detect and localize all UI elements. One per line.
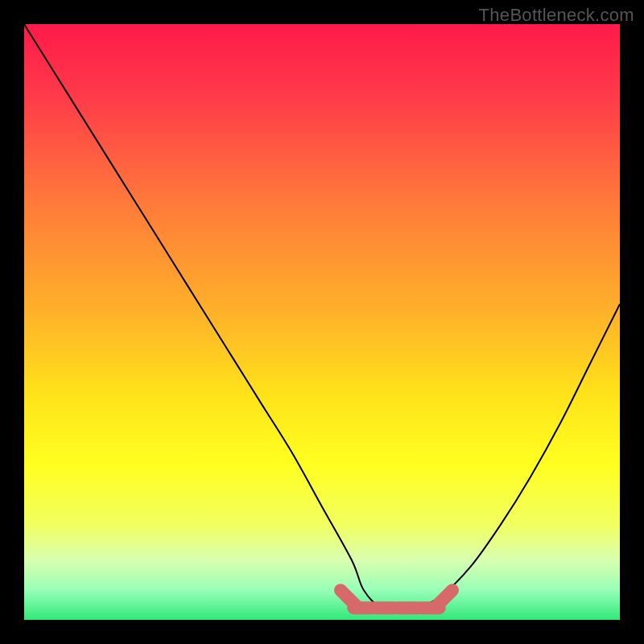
chart-container: TheBottleneck.com bbox=[0, 0, 644, 644]
plot-area bbox=[24, 24, 620, 620]
chart-svg bbox=[24, 24, 620, 620]
gradient-background bbox=[24, 24, 620, 620]
watermark-text: TheBottleneck.com bbox=[479, 5, 634, 26]
